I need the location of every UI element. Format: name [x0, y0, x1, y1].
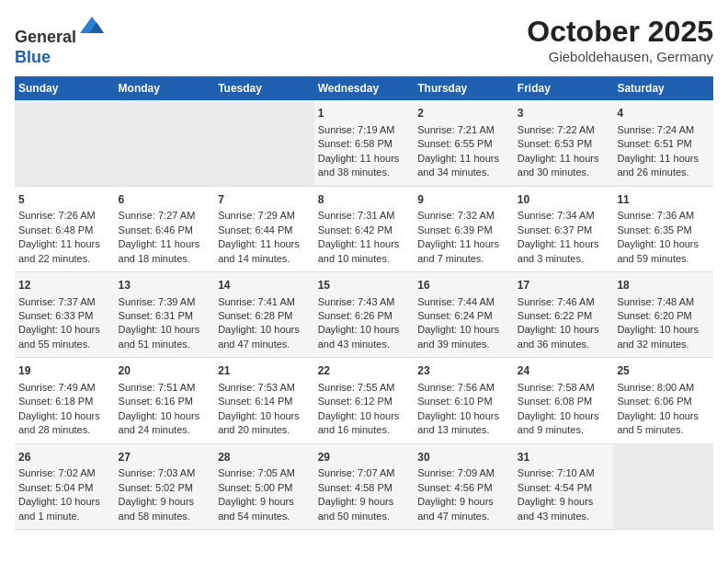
- daylight-text: Daylight: 9 hours and 50 minutes.: [318, 496, 394, 521]
- sunset-text: Sunset: 6:55 PM: [417, 138, 492, 149]
- sunrise-text: Sunrise: 7:22 AM: [518, 124, 595, 135]
- sunset-text: Sunset: 6:08 PM: [518, 396, 592, 407]
- sunrise-text: Sunrise: 7:51 AM: [119, 382, 196, 393]
- daylight-text: Daylight: 11 hours and 18 minutes.: [119, 238, 200, 263]
- day-number: 22: [318, 363, 411, 379]
- calendar-cell: 30Sunrise: 7:09 AMSunset: 4:56 PMDayligh…: [414, 443, 514, 529]
- sunset-text: Sunset: 6:24 PM: [417, 310, 492, 321]
- sunset-text: Sunset: 6:16 PM: [119, 396, 193, 407]
- sunset-text: Sunset: 6:14 PM: [218, 396, 292, 407]
- sunrise-text: Sunrise: 7:43 AM: [318, 296, 395, 307]
- sunrise-text: Sunrise: 7:37 AM: [18, 296, 96, 307]
- calendar-cell: [15, 100, 115, 186]
- daylight-text: Daylight: 10 hours and 13 minutes.: [417, 410, 499, 435]
- daylight-text: Daylight: 11 hours and 10 minutes.: [318, 238, 400, 263]
- weekday-header: Friday: [514, 76, 614, 100]
- day-number: 4: [617, 106, 710, 121]
- calendar-cell: 13Sunrise: 7:39 AMSunset: 6:31 PMDayligh…: [115, 271, 215, 357]
- day-number: 24: [518, 363, 610, 379]
- sunset-text: Sunset: 5:00 PM: [218, 482, 292, 493]
- calendar-cell: 31Sunrise: 7:10 AMSunset: 4:54 PMDayligh…: [514, 443, 614, 529]
- daylight-text: Daylight: 9 hours and 47 minutes.: [417, 496, 494, 521]
- day-number: 1: [318, 106, 411, 121]
- sunrise-text: Sunrise: 7:05 AM: [218, 467, 295, 478]
- calendar-cell: 6Sunrise: 7:27 AMSunset: 6:46 PMDaylight…: [115, 186, 215, 271]
- sunrise-text: Sunrise: 7:58 AM: [518, 382, 595, 393]
- day-number: 18: [617, 278, 710, 293]
- calendar-cell: 7Sunrise: 7:29 AMSunset: 6:44 PMDaylight…: [214, 186, 314, 271]
- calendar-table: SundayMondayTuesdayWednesdayThursdayFrid…: [15, 76, 713, 530]
- daylight-text: Daylight: 10 hours and 51 minutes.: [119, 324, 200, 349]
- daylight-text: Daylight: 11 hours and 26 minutes.: [617, 153, 699, 178]
- day-number: 27: [119, 450, 211, 465]
- weekday-header: Monday: [115, 76, 215, 100]
- calendar-cell: 23Sunrise: 7:56 AMSunset: 6:10 PMDayligh…: [414, 358, 514, 443]
- day-number: 29: [318, 450, 411, 465]
- sunset-text: Sunset: 6:26 PM: [318, 310, 392, 321]
- day-number: 10: [518, 192, 610, 208]
- sunrise-text: Sunrise: 7:09 AM: [417, 467, 495, 478]
- daylight-text: Daylight: 11 hours and 3 minutes.: [518, 238, 599, 263]
- sunset-text: Sunset: 6:31 PM: [119, 310, 193, 321]
- daylight-text: Daylight: 10 hours and 5 minutes.: [617, 410, 699, 435]
- daylight-text: Daylight: 10 hours and 16 minutes.: [318, 410, 400, 435]
- daylight-text: Daylight: 9 hours and 43 minutes.: [518, 496, 594, 521]
- day-number: 11: [617, 192, 710, 208]
- day-number: 28: [218, 450, 311, 465]
- calendar-cell: [214, 100, 314, 186]
- day-number: 31: [518, 450, 610, 465]
- daylight-text: Daylight: 11 hours and 7 minutes.: [417, 238, 499, 263]
- sunrise-text: Sunrise: 7:41 AM: [218, 296, 295, 307]
- calendar-cell: 3Sunrise: 7:22 AMSunset: 6:53 PMDaylight…: [514, 100, 614, 186]
- calendar-cell: 5Sunrise: 7:26 AMSunset: 6:48 PMDaylight…: [15, 186, 115, 271]
- sunrise-text: Sunrise: 7:32 AM: [417, 210, 495, 221]
- day-number: 17: [518, 278, 610, 293]
- sunset-text: Sunset: 6:06 PM: [617, 396, 691, 407]
- day-number: 9: [417, 192, 510, 208]
- daylight-text: Daylight: 10 hours and 43 minutes.: [318, 324, 400, 349]
- sunset-text: Sunset: 6:28 PM: [218, 310, 292, 321]
- day-number: 3: [518, 106, 610, 121]
- sunrise-text: Sunrise: 7:36 AM: [617, 210, 694, 221]
- sunrise-text: Sunrise: 7:03 AM: [119, 467, 196, 478]
- calendar-week-row: 1Sunrise: 7:19 AMSunset: 6:58 PMDaylight…: [15, 100, 713, 186]
- calendar-cell: 20Sunrise: 7:51 AMSunset: 6:16 PMDayligh…: [115, 358, 215, 443]
- day-number: 5: [18, 192, 111, 208]
- sunrise-text: Sunrise: 7:24 AM: [617, 124, 694, 135]
- daylight-text: Daylight: 10 hours and 47 minutes.: [218, 324, 300, 349]
- day-number: 8: [318, 192, 411, 208]
- sunrise-text: Sunrise: 7:21 AM: [417, 124, 495, 135]
- sunset-text: Sunset: 6:37 PM: [518, 224, 592, 236]
- sunset-text: Sunset: 6:12 PM: [318, 396, 392, 407]
- calendar-cell: 27Sunrise: 7:03 AMSunset: 5:02 PMDayligh…: [115, 443, 215, 529]
- daylight-text: Daylight: 11 hours and 30 minutes.: [518, 153, 599, 178]
- daylight-text: Daylight: 10 hours and 1 minute.: [18, 496, 100, 521]
- day-number: 23: [417, 363, 510, 379]
- sunrise-text: Sunrise: 7:10 AM: [518, 467, 595, 478]
- calendar-cell: 14Sunrise: 7:41 AMSunset: 6:28 PMDayligh…: [214, 271, 314, 357]
- calendar-cell: 26Sunrise: 7:02 AMSunset: 5:04 PMDayligh…: [15, 443, 115, 529]
- daylight-text: Daylight: 10 hours and 20 minutes.: [218, 410, 300, 435]
- calendar-cell: 24Sunrise: 7:58 AMSunset: 6:08 PMDayligh…: [514, 358, 614, 443]
- title-area: October 2025 Gieboldehausen, Germany: [527, 15, 713, 64]
- calendar-cell: 25Sunrise: 8:00 AMSunset: 6:06 PMDayligh…: [613, 358, 713, 443]
- calendar-body: 1Sunrise: 7:19 AMSunset: 6:58 PMDaylight…: [15, 100, 713, 529]
- calendar-cell: 10Sunrise: 7:34 AMSunset: 6:37 PMDayligh…: [514, 186, 614, 271]
- sunrise-text: Sunrise: 7:34 AM: [518, 210, 595, 221]
- daylight-text: Daylight: 11 hours and 22 minutes.: [18, 238, 100, 263]
- logo-icon: [78, 15, 106, 42]
- sunset-text: Sunset: 6:20 PM: [617, 310, 691, 321]
- calendar-cell: 17Sunrise: 7:46 AMSunset: 6:22 PMDayligh…: [514, 271, 614, 357]
- sunset-text: Sunset: 6:10 PM: [417, 396, 492, 407]
- logo: General Blue: [15, 15, 106, 67]
- daylight-text: Daylight: 10 hours and 55 minutes.: [18, 324, 100, 349]
- day-number: 16: [417, 278, 510, 293]
- calendar-cell: 18Sunrise: 7:48 AMSunset: 6:20 PMDayligh…: [613, 271, 713, 357]
- calendar-cell: 22Sunrise: 7:55 AMSunset: 6:12 PMDayligh…: [314, 358, 415, 443]
- calendar-cell: [115, 100, 215, 186]
- sunrise-text: Sunrise: 7:29 AM: [218, 210, 295, 221]
- sunrise-text: Sunrise: 7:19 AM: [318, 124, 395, 135]
- sunrise-text: Sunrise: 8:00 AM: [617, 382, 694, 393]
- sunset-text: Sunset: 6:33 PM: [18, 310, 93, 321]
- daylight-text: Daylight: 11 hours and 14 minutes.: [218, 238, 300, 263]
